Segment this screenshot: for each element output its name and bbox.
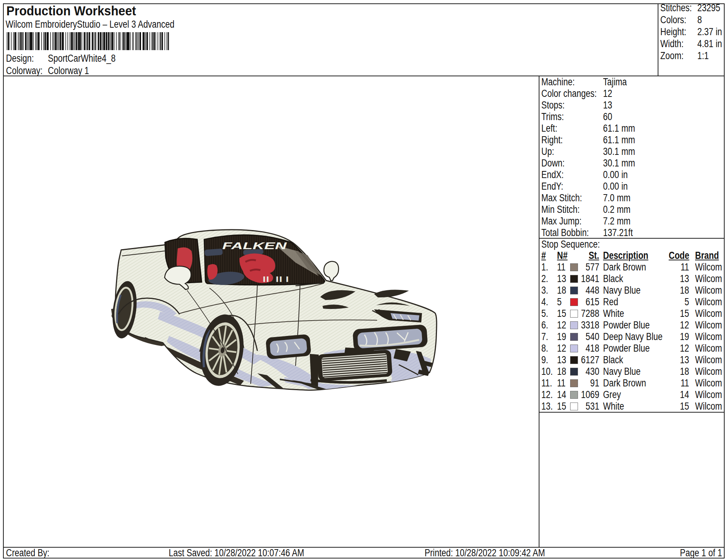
svg-text:FALKEN: FALKEN: [222, 241, 287, 251]
